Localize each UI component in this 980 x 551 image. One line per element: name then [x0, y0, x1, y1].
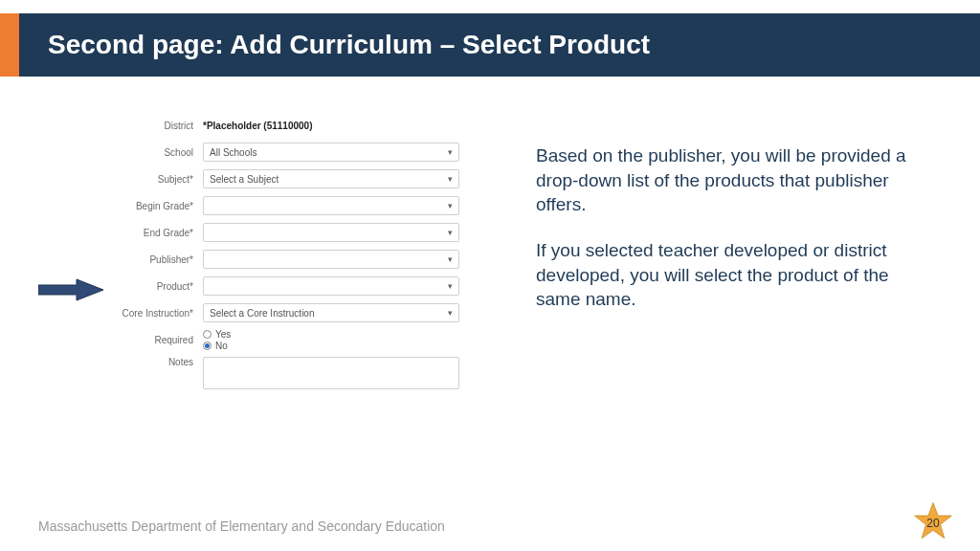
row-core-instruction: Core Instruction* Select a Core Instruct… — [115, 302, 459, 323]
radio-no-label: No — [215, 341, 228, 351]
chevron-updown-icon: ▾ — [448, 254, 453, 264]
footer-org: Massachusetts Department of Elementary a… — [38, 518, 445, 534]
select-begin-grade[interactable]: ▾ — [203, 196, 459, 215]
row-product: Product* ▾ — [115, 276, 459, 297]
row-end-grade: End Grade* ▾ — [115, 222, 459, 243]
row-publisher: Publisher* ▾ — [115, 249, 459, 270]
chevron-updown-icon: ▾ — [448, 281, 453, 291]
pointer-arrow-icon — [38, 277, 105, 306]
chevron-updown-icon: ▾ — [448, 201, 453, 210]
label-product: Product* — [115, 281, 203, 292]
accent-bar — [0, 13, 19, 77]
explanation-text: Based on the publisher, you will be prov… — [459, 115, 942, 401]
chevron-updown-icon: ▾ — [448, 308, 453, 318]
select-school-value: All Schools — [210, 147, 256, 158]
select-product[interactable]: ▾ — [203, 276, 459, 296]
textarea-notes[interactable] — [203, 357, 459, 389]
row-begin-grade: Begin Grade* ▾ — [115, 195, 459, 216]
radio-icon — [203, 342, 212, 350]
radio-required: Yes No — [203, 329, 231, 351]
radio-icon — [203, 330, 212, 339]
select-end-grade[interactable]: ▾ — [203, 223, 459, 242]
page-number-star: 20 — [913, 501, 953, 541]
select-school[interactable]: All Schools ▾ — [203, 143, 459, 162]
radio-required-no[interactable]: No — [203, 341, 231, 351]
chevron-updown-icon: ▾ — [448, 174, 453, 184]
explain-p2: If you selected teacher developed or dis… — [536, 238, 913, 312]
select-subject-value: Select a Subject — [210, 174, 278, 185]
label-end-grade: End Grade* — [115, 228, 203, 238]
svg-marker-0 — [38, 279, 103, 300]
row-notes: Notes — [115, 357, 459, 395]
select-publisher[interactable]: ▾ — [203, 250, 459, 269]
row-district: District *Placeholder (51110000) — [115, 115, 459, 136]
form-screenshot: District *Placeholder (51110000) School … — [38, 115, 459, 401]
label-required: Required — [115, 335, 203, 345]
label-school: School — [115, 147, 203, 158]
row-subject: Subject* Select a Subject ▾ — [115, 168, 459, 189]
label-begin-grade: Begin Grade* — [115, 201, 203, 211]
value-district: *Placeholder (51110000) — [203, 121, 313, 131]
row-required: Required Yes No — [115, 329, 459, 351]
explain-p1: Based on the publisher, you will be prov… — [536, 143, 913, 217]
label-publisher: Publisher* — [115, 254, 203, 265]
select-subject[interactable]: Select a Subject ▾ — [203, 169, 459, 188]
label-subject: Subject* — [115, 174, 203, 185]
select-core[interactable]: Select a Core Instruction ▾ — [203, 303, 459, 322]
radio-yes-label: Yes — [215, 329, 231, 340]
select-core-value: Select a Core Instruction — [210, 308, 315, 319]
slide-header: Second page: Add Curriculum – Select Pro… — [0, 13, 980, 77]
label-notes: Notes — [115, 357, 203, 367]
radio-required-yes[interactable]: Yes — [203, 329, 231, 340]
page-number: 20 — [913, 501, 953, 541]
chevron-updown-icon: ▾ — [448, 147, 453, 157]
label-core: Core Instruction* — [115, 308, 203, 319]
slide-title: Second page: Add Curriculum – Select Pro… — [19, 13, 980, 77]
row-school: School All Schools ▾ — [115, 142, 459, 163]
label-district: District — [115, 121, 203, 131]
chevron-updown-icon: ▾ — [448, 228, 453, 237]
content-area: District *Placeholder (51110000) School … — [0, 77, 980, 401]
